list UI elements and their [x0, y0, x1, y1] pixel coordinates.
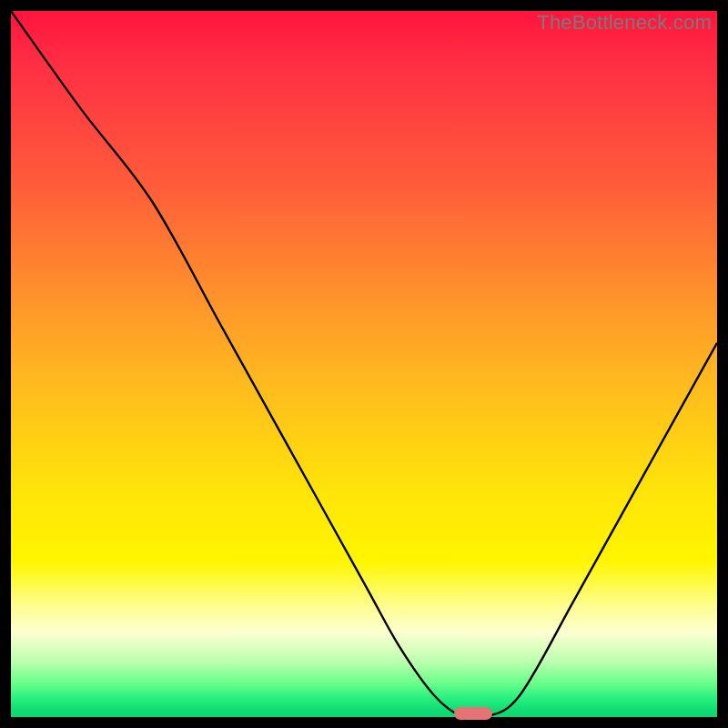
bottleneck-curve: [11, 11, 717, 717]
plot-area: TheBottleneck.com: [11, 11, 717, 717]
chart-frame: TheBottleneck.com: [0, 0, 728, 728]
watermark-text: TheBottleneck.com: [537, 11, 712, 35]
optimum-marker: [454, 707, 492, 720]
curve-layer: [11, 11, 717, 717]
